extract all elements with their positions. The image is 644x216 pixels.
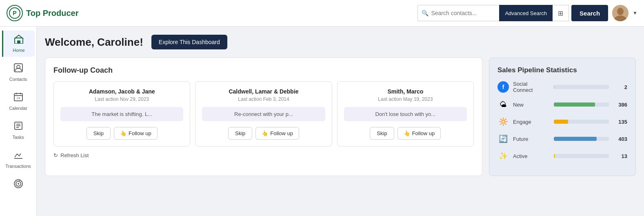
new-icon: 🌤 [497, 99, 509, 110]
engage-icon: 🔆 [497, 116, 509, 127]
advanced-search-button[interactable]: Advanced Search [499, 5, 553, 21]
search-icon: 🔍 [422, 10, 429, 16]
contact-cards: Adamson, Jacob & Jane Last action Nov 29… [53, 81, 474, 147]
explore-dashboard-button[interactable]: Explore This Dashboard [151, 35, 227, 49]
card-actions-0: Skip 👆 Follow up [60, 127, 183, 140]
pipeline-count-new: 386 [613, 102, 627, 108]
social-icon: f [497, 81, 509, 93]
svg-text:19: 19 [16, 96, 20, 100]
search-input-wrapper: 🔍 [417, 5, 499, 21]
followup-coach-panel: Follow-up Coach Adamson, Jacob & Jane La… [45, 58, 482, 176]
pipeline-bar-future-container [554, 137, 609, 141]
sidebar-item-goals[interactable] [2, 175, 35, 195]
pipeline-bar-social-container [554, 85, 609, 89]
contact-message-0: The market is shifting. L... [60, 107, 183, 121]
pipeline-item-social: f SocialConnect 2 [497, 81, 627, 93]
logo-icon: P [7, 5, 23, 21]
filter-icon-button[interactable]: ⊞ [553, 5, 569, 21]
sidebar-item-transactions[interactable]: Transactions [2, 146, 35, 173]
followup-coach-title: Follow-up Coach [53, 66, 474, 75]
contact-last-action-1: Last action Feb 3, 2014 [202, 96, 325, 102]
sidebar-item-tasks[interactable]: Tasks [2, 117, 35, 144]
sidebar-item-calendar[interactable]: 19 Calendar [2, 88, 35, 115]
pipeline-item-future: 🔄 Future 403 [497, 133, 627, 145]
pipeline-bar-social [554, 85, 554, 89]
followup-label-1: Follow up [270, 130, 293, 136]
skip-button-0[interactable]: Skip [87, 127, 111, 140]
sidebar-item-home-label: Home [13, 48, 24, 53]
search-button[interactable]: Search [571, 5, 608, 21]
sidebar-item-tasks-label: Tasks [12, 135, 24, 140]
svg-text:P: P [13, 10, 16, 16]
contact-name-2: Smith, Marco [344, 88, 467, 95]
pipeline-item-new: 🌤 New 386 [497, 99, 627, 110]
sidebar-item-transactions-label: Transactions [5, 164, 31, 169]
active-icon: ✨ [497, 150, 509, 162]
future-icon: 🔄 [497, 133, 509, 145]
contacts-icon [13, 63, 23, 75]
followup-button-1[interactable]: 👆 Follow up [255, 127, 299, 140]
followup-icon-0: 👆 [120, 130, 127, 136]
pipeline-bar-engage [554, 120, 568, 124]
pipeline-label-active: Active [513, 153, 550, 159]
sidebar-item-contacts-label: Contacts [9, 77, 27, 82]
pipeline-count-engage: 135 [613, 119, 627, 125]
skip-button-2[interactable]: Skip [370, 127, 394, 140]
card-actions-1: Skip 👆 Follow up [202, 127, 325, 140]
followup-button-0[interactable]: 👆 Follow up [114, 127, 158, 140]
pipeline-bar-future [554, 137, 597, 141]
tasks-icon [13, 121, 23, 133]
pipeline-label-new: New [513, 102, 550, 108]
goals-icon [13, 179, 23, 191]
welcome-title: Welcome, Caroline! [45, 36, 143, 49]
pipeline-label-social: SocialConnect [513, 81, 550, 93]
search-input[interactable] [417, 5, 499, 21]
transactions-icon [13, 150, 23, 162]
contact-last-action-0: Last action Nov 29, 2023 [60, 96, 183, 102]
avatar[interactable] [612, 5, 628, 21]
pipeline-count-active: 13 [613, 153, 627, 159]
followup-label-2: Follow up [412, 130, 435, 136]
contact-card-0: Adamson, Jacob & Jane Last action Nov 29… [53, 81, 190, 147]
followup-icon-2: 👆 [404, 130, 410, 136]
pipeline-bar-engage-container [554, 120, 609, 124]
pipeline-bar-active-container [554, 154, 609, 158]
followup-icon-1: 👆 [262, 130, 268, 136]
svg-rect-12 [14, 158, 22, 159]
svg-point-3 [617, 8, 624, 15]
followup-button-2[interactable]: 👆 Follow up [398, 127, 441, 140]
pipeline-bar-new [554, 102, 595, 107]
sidebar-item-home[interactable]: Home [2, 31, 35, 57]
pipeline-bar-active [554, 154, 555, 158]
contact-card-2: Smith, Marco Last action May 19, 2023 Do… [337, 81, 474, 147]
header: P Top Producer 🔍 Advanced Search ⊞ Searc… [0, 0, 644, 27]
pipeline-count-social: 2 [613, 84, 627, 90]
refresh-list-link[interactable]: ↻ Refresh List [53, 152, 474, 158]
contact-message-2: Don't lose touch with yo... [344, 107, 467, 121]
sidebar-item-calendar-label: Calendar [9, 106, 27, 111]
logo: P Top Producer [7, 5, 79, 21]
sidebar-item-contacts[interactable]: Contacts [2, 59, 35, 86]
contact-last-action-2: Last action May 19, 2023 [344, 96, 467, 102]
app-body: Home Contacts 19 Calendar [0, 27, 644, 216]
pipeline-count-future: 403 [613, 136, 627, 142]
pipeline-title: Sales Pipeline Statistics [497, 66, 627, 74]
pipeline-label-engage: Engage [513, 119, 550, 125]
logo-text: Top Producer [26, 9, 79, 18]
refresh-icon: ↻ [53, 152, 58, 158]
pipeline-bar-new-container [554, 102, 609, 107]
contact-card-1: Caldwell, Lamar & Debbie Last action Feb… [195, 81, 332, 147]
contact-name-0: Adamson, Jacob & Jane [60, 88, 183, 95]
welcome-section: Welcome, Caroline! Explore This Dashboar… [45, 35, 636, 49]
search-container: 🔍 Advanced Search ⊞ Search [417, 5, 608, 21]
user-menu-icon[interactable]: ▼ [633, 10, 637, 16]
pipeline-item-active: ✨ Active 13 [497, 150, 627, 162]
dashboard-grid: Follow-up Coach Adamson, Jacob & Jane La… [45, 58, 636, 176]
sidebar: Home Contacts 19 Calendar [0, 27, 37, 216]
header-right: 🔍 Advanced Search ⊞ Search ▼ [417, 5, 637, 21]
svg-point-15 [18, 183, 19, 185]
refresh-label: Refresh List [60, 152, 89, 158]
skip-button-1[interactable]: Skip [228, 127, 252, 140]
contact-name-1: Caldwell, Lamar & Debbie [202, 88, 325, 95]
followup-label-0: Follow up [129, 130, 151, 136]
